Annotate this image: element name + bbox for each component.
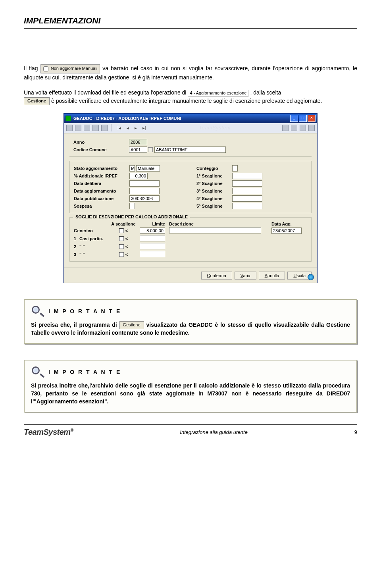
label-s3: 3° Scaglione (196, 189, 232, 193)
conferma-button[interactable]: Conferma (201, 272, 232, 280)
soglie-row: 3" "< (74, 251, 307, 258)
soglie-row: 2" "< (74, 243, 307, 250)
magnifier-icon (31, 305, 44, 317)
para1-pre: Il flag (24, 65, 40, 71)
flag-checkbox[interactable] (43, 66, 48, 71)
label-pubbl: Data pubblicazione (74, 196, 129, 201)
ascagl-checkbox[interactable] (119, 236, 124, 241)
gestione-button-box[interactable]: Gestione (119, 321, 144, 329)
window-title: GEADDC - DIRED07 - ADDIZIONALE IRPEF COM… (73, 116, 181, 121)
label-s2: 2° Scaglione (196, 181, 232, 186)
button-bar: Conferma Varia Annulla Uscita (64, 267, 317, 283)
soglie-header: A scaglione Limite Descrizione Data Agg. (74, 222, 307, 226)
head-ascagl: A scaglione (110, 222, 137, 226)
limite-field[interactable]: 8.000,00 (140, 227, 165, 234)
input-s4[interactable] (232, 195, 262, 202)
page-number: 9 (354, 429, 357, 435)
input-s1[interactable] (232, 173, 262, 179)
tb-icon-r1[interactable] (282, 125, 289, 131)
imp2-text: Si precisa inoltre che,l'archivio delle … (31, 382, 350, 405)
label-stato: Stato aggiornamento (74, 166, 129, 171)
tb-icon-r4[interactable] (308, 125, 315, 131)
header-rule (24, 28, 357, 29)
head-limite: Limite (137, 222, 169, 226)
soglie-row: Generico<8.000,0023/05/2007 (74, 227, 307, 234)
limite-field[interactable] (140, 251, 165, 257)
input-conteggio[interactable] (232, 165, 238, 172)
tb-icon-5[interactable] (101, 125, 108, 131)
operazione-field[interactable]: 4 - Aggiornamento esenzione (188, 90, 248, 97)
head-descr: Descrizione (169, 222, 271, 226)
input-s5[interactable] (232, 203, 262, 209)
flag-non-aggiornare-manuali[interactable]: Non aggiornare Manuali (40, 64, 100, 73)
nav-prev[interactable]: ◂ (125, 125, 131, 131)
para2-b: , dalla scelta (250, 89, 281, 96)
flag-label: Non aggiornare Manuali (51, 66, 97, 71)
footer-center: Integrazione alla guida utente (180, 429, 248, 435)
label-s1: 1° Scaglione (196, 174, 232, 178)
nav-next[interactable]: ▸ (133, 125, 139, 131)
label-s4: 4° Scaglione (196, 196, 232, 201)
app-icon (65, 116, 71, 121)
tb-icon-r2[interactable] (291, 125, 297, 131)
nav-last[interactable]: ▸| (141, 125, 148, 131)
gestione-button-inline[interactable]: Gestione (24, 97, 50, 105)
input-perc[interactable]: 0,300 (129, 173, 148, 179)
label-perc: % Addizionale IRPEF (74, 174, 129, 178)
head-data: Data Agg. (271, 222, 307, 226)
ascagl-checkbox[interactable] (119, 244, 124, 249)
label-anno: Anno (73, 140, 129, 145)
input-stato-code[interactable]: M (129, 165, 135, 172)
input-pubbl[interactable]: 30/03/2006 (129, 195, 160, 202)
logo: TeamSystem® (24, 428, 73, 437)
toolbar-brand: TeamSystem (150, 125, 280, 131)
descr-field[interactable] (169, 227, 261, 233)
label-conteggio: Conteggio (196, 166, 232, 171)
maximize-button[interactable]: □ (299, 115, 307, 122)
para2-a: Una volta effettuato il download del fil… (24, 89, 188, 96)
tb-icon-2[interactable] (75, 125, 81, 131)
input-s3[interactable] (232, 188, 262, 194)
input-codice[interactable]: A001 (129, 147, 147, 153)
dataagg-field[interactable]: 23/05/2007 (271, 227, 302, 234)
lookup-icon[interactable] (148, 147, 153, 152)
tb-icon-4[interactable] (92, 125, 99, 131)
input-delibera[interactable] (129, 180, 160, 187)
importante-box-1: I M P O R T A N T E Si precisa che, il p… (24, 299, 357, 344)
close-button[interactable]: × (308, 115, 316, 122)
imp1-a: Si precisa che, il programma di (31, 322, 119, 328)
ascagl-checkbox[interactable] (119, 252, 124, 257)
input-sospesa[interactable] (129, 203, 135, 209)
input-stato-desc: Manuale (136, 165, 160, 172)
ascagl-checkbox[interactable] (119, 228, 124, 233)
label-codice: Codice Comune (73, 147, 129, 152)
importante-title-1: I M P O R T A N T E (48, 308, 121, 314)
limite-field[interactable] (140, 235, 165, 241)
input-comune[interactable]: ABANO TERME (154, 147, 226, 153)
soglie-row: 1Casi partic.< (74, 235, 307, 242)
limite-field[interactable] (140, 243, 165, 249)
input-s2[interactable] (232, 180, 262, 187)
para2-c: è possibile verificare ed eventualmente … (51, 98, 322, 104)
label-sospesa: Sospesa (74, 204, 129, 208)
tb-icon-1[interactable] (66, 125, 73, 131)
footer-rule (24, 424, 357, 425)
magnifier-icon (31, 366, 44, 378)
label-s5: 5° Scaglione (196, 204, 232, 208)
paragraph-2: Una volta effettuato il download del fil… (24, 89, 357, 105)
status-icon (308, 274, 314, 280)
minimize-button[interactable]: _ (290, 115, 298, 122)
annulla-button[interactable]: Annulla (259, 272, 285, 280)
label-aggio: Data aggiornamento (74, 189, 129, 193)
titlebar: GEADDC - DIRED07 - ADDIZIONALE IRPEF COM… (64, 114, 317, 123)
app-window: GEADDC - DIRED07 - ADDIZIONALE IRPEF COM… (64, 113, 318, 283)
footer: TeamSystem® Integrazione alla guida uten… (24, 428, 357, 437)
input-anno[interactable]: 2006 (129, 139, 147, 145)
input-aggio[interactable] (129, 188, 160, 194)
group-soglie-title: SOGLIE DI ESENZIONE PER CALCOLO ADDIZION… (73, 214, 190, 219)
label-delibera: Data delibera (74, 181, 129, 186)
tb-icon-3[interactable] (84, 125, 90, 131)
varia-button[interactable]: Varia (235, 272, 256, 280)
tb-icon-r3[interactable] (300, 125, 306, 131)
nav-first[interactable]: |◂ (116, 125, 123, 131)
